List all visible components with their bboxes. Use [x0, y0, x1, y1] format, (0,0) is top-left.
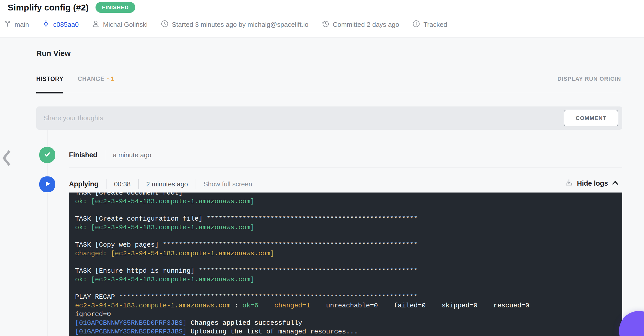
title-row: Simplify config (#2) FINISHED — [8, 2, 135, 13]
hide-logs-control[interactable]: Hide logs — [565, 179, 618, 188]
tab-change[interactable]: CHANGE ~1 — [78, 76, 114, 82]
check-icon — [43, 150, 52, 160]
display-run-origin-button[interactable]: DISPLAY RUN ORIGIN — [557, 76, 621, 82]
log-line: TASK [Ensure httpd is running] *********… — [75, 267, 616, 275]
committed-label: Committed 2 days ago — [333, 21, 399, 29]
change-count-badge: ~1 — [107, 76, 114, 82]
header: Simplify config (#2) FINISHED main c085a… — [0, 0, 644, 38]
commit-hash-link: c085aa0 — [53, 21, 79, 29]
applying-duration: 00:38 — [114, 180, 131, 188]
log-line: PLAY RECAP *****************************… — [75, 293, 616, 301]
applying-stage-row: Applying 00:38 2 minutes ago Show full s… — [69, 179, 252, 189]
person-icon — [92, 20, 100, 29]
branch-label: main — [15, 21, 29, 29]
history-clock-icon — [322, 20, 329, 29]
branch-icon — [4, 20, 11, 29]
terminal-log[interactable]: TASK [Create document root] ************… — [69, 193, 622, 336]
author-name: Michał Goliński — [103, 21, 148, 29]
log-line: ignored=0 — [75, 310, 616, 319]
tabs: HISTORY CHANGE ~1 — [36, 76, 114, 82]
log-line: TASK [Copy web pages] ******************… — [75, 241, 616, 249]
log-line: TASK [Create configuration file] *******… — [75, 214, 616, 223]
committed-meta: Committed 2 days ago — [322, 20, 399, 29]
chat-widget-button[interactable] — [619, 311, 644, 336]
chevron-up-icon — [612, 181, 618, 186]
status-badge: FINISHED — [96, 2, 135, 13]
comment-input[interactable] — [36, 106, 622, 130]
clock-icon — [161, 20, 169, 29]
commit-icon — [42, 20, 50, 29]
divider — [196, 179, 196, 189]
commit-meta[interactable]: c085aa0 — [42, 20, 79, 29]
run-page: Simplify config (#2) FINISHED main c085a… — [0, 0, 644, 336]
comment-button[interactable]: COMMENT — [564, 110, 618, 126]
log-line: ec2-3-94-54-183.compute-1.amazonaws.com … — [75, 301, 616, 310]
log-line — [75, 258, 616, 267]
comment-bar: COMMENT — [36, 106, 622, 130]
tracking-meta: Tracked — [412, 20, 447, 29]
divider — [106, 179, 106, 189]
divider — [105, 150, 105, 160]
log-line: changed: [ec2-3-94-54-183.compute-1.amaz… — [75, 249, 616, 258]
log-line: [01GAPCBNNWY35RNB5D0PRF3JBS] Uploading t… — [75, 327, 616, 336]
tab-history-label: HISTORY — [36, 76, 64, 82]
info-icon — [412, 20, 420, 29]
log-line — [75, 206, 616, 214]
tracking-label: Tracked — [423, 21, 447, 29]
terminal-log-content: TASK [Create document root] ************… — [75, 193, 616, 336]
finished-stage-label: Finished — [69, 151, 97, 159]
branch-meta[interactable]: main — [4, 20, 29, 29]
hide-logs-label: Hide logs — [577, 179, 608, 187]
started-meta: Started 3 minutes ago by michalg@spaceli… — [161, 20, 308, 29]
log-line — [75, 284, 616, 293]
run-meta-row: main c085aa0 Michał Goliński — [4, 19, 460, 30]
applying-stage-time: 2 minutes ago — [146, 180, 188, 188]
play-icon — [43, 180, 51, 189]
finished-stage-icon[interactable] — [39, 147, 55, 163]
log-line: ok: [ec2-3-94-54-183.compute-1.amazonaws… — [75, 223, 616, 232]
page-title: Simplify config (#2) — [8, 3, 89, 13]
divider — [138, 179, 139, 189]
download-logs-icon[interactable] — [565, 179, 573, 188]
back-chevron-icon[interactable] — [2, 150, 12, 167]
applying-stage-label: Applying — [69, 180, 99, 188]
applying-stage-icon[interactable] — [39, 176, 55, 192]
log-line — [75, 232, 616, 241]
tab-history[interactable]: HISTORY — [36, 76, 64, 82]
finished-stage-time: a minute ago — [113, 151, 151, 159]
started-label: Started 3 minutes ago by michalg@spaceli… — [172, 21, 308, 29]
log-line: ok: [ec2-3-94-54-183.compute-1.amazonaws… — [75, 275, 616, 284]
stage-row-divider — [69, 167, 622, 167]
show-full-screen-link[interactable]: Show full screen — [204, 180, 252, 188]
log-line: TASK [Create document root] ************… — [75, 193, 616, 197]
run-view-title: Run View — [36, 49, 70, 58]
finished-stage-row: Finished a minute ago — [69, 150, 151, 160]
author-meta: Michał Goliński — [92, 20, 148, 29]
log-line: [01GAPCBNNWY35RNB5D0PRF3JBS] Changes app… — [75, 319, 616, 327]
log-line: ok: [ec2-3-94-54-183.compute-1.amazonaws… — [75, 197, 616, 206]
tab-active-indicator — [36, 92, 63, 93]
tab-change-label: CHANGE — [78, 76, 104, 82]
tab-baseline — [36, 93, 622, 93]
